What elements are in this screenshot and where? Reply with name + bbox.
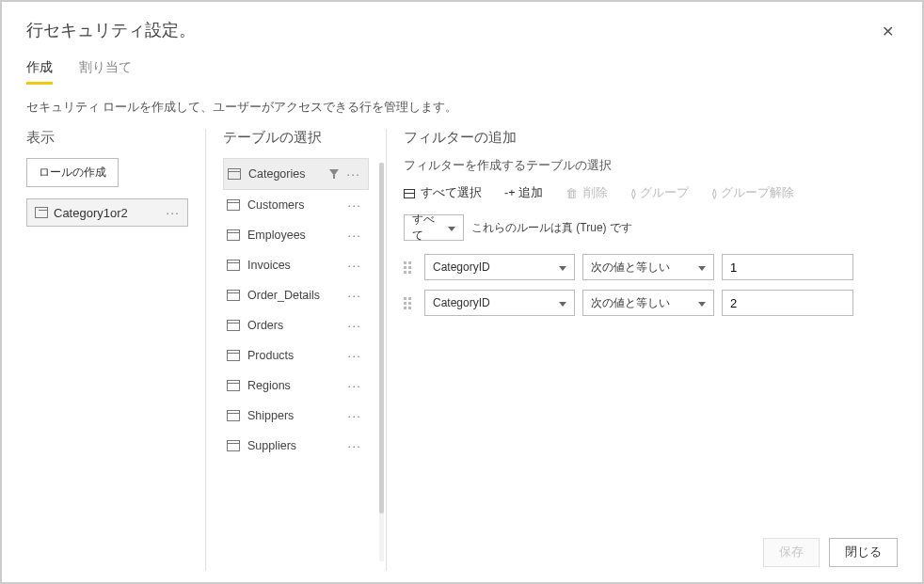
role-item[interactable]: Category1or2 ··· — [26, 198, 188, 227]
close-icon[interactable]: ✕ — [878, 19, 898, 44]
filter-subheading: フィルターを作成するテーブルの選択 — [404, 158, 881, 174]
close-button[interactable]: 閉じる — [829, 538, 898, 567]
table-item-suppliers[interactable]: Suppliers ··· — [223, 431, 369, 461]
ungroup-button[interactable]: グループ解除 — [711, 185, 794, 201]
chevron-down-icon — [698, 260, 706, 274]
table-item-customers[interactable]: Customers ··· — [223, 190, 369, 220]
filter-toolbar: すべて選択 -+ 追加 削除 グループ グループ解除 — [404, 185, 881, 201]
dialog-title: 行セキュリティ設定。 — [26, 19, 196, 41]
group-icon — [630, 187, 634, 200]
rule-field-select[interactable]: CategoryID — [424, 254, 575, 280]
drag-handle-icon[interactable] — [404, 297, 417, 309]
table-item-order-details[interactable]: Order_Details ··· — [223, 280, 369, 310]
more-icon[interactable]: ··· — [347, 228, 361, 243]
rule-op-select[interactable]: 次の値と等しい — [582, 254, 714, 280]
rule-op-select[interactable]: 次の値と等しい — [582, 290, 714, 316]
logic-text: これらのルールは真 (True) です — [471, 220, 632, 236]
chevron-down-icon — [698, 296, 706, 309]
scrollbar[interactable] — [379, 163, 384, 561]
chevron-down-icon — [448, 221, 455, 234]
table-name: Products — [247, 349, 294, 362]
table-item-orders[interactable]: Orders ··· — [223, 310, 369, 340]
role-name: Category1or2 — [54, 206, 128, 220]
rule-field-select[interactable]: CategoryID — [424, 290, 575, 316]
table-icon — [227, 260, 240, 271]
ungroup-icon — [711, 187, 715, 200]
more-icon[interactable]: ··· — [347, 197, 361, 213]
filter-icon — [329, 169, 339, 179]
more-icon[interactable]: ··· — [347, 408, 361, 423]
logic-row: すべて これらのルールは真 (True) です — [404, 214, 881, 241]
rule-row-2: CategoryID 次の値と等しい — [404, 290, 881, 316]
rule-row-1: CategoryID 次の値と等しい — [404, 254, 881, 280]
roles-heading: 表示 — [26, 129, 188, 147]
table-name: Customers — [247, 198, 304, 212]
table-name: Invoices — [247, 259, 291, 272]
table-name: Orders — [247, 319, 283, 332]
scrollbar-thumb[interactable] — [379, 163, 384, 513]
select-all-button[interactable]: すべて選択 — [404, 185, 482, 201]
more-icon[interactable]: ··· — [347, 318, 361, 333]
tab-assign[interactable]: 割り当て — [79, 59, 132, 85]
save-button[interactable]: 保存 — [763, 538, 820, 567]
table-name: Categories — [248, 167, 305, 181]
group-button[interactable]: グループ — [630, 185, 689, 201]
table-list: Categories ··· Customers ··· Employees ·… — [223, 158, 369, 461]
trash-icon — [566, 186, 578, 200]
table-name: Regions — [247, 379, 291, 392]
table-item-invoices[interactable]: Invoices ··· — [223, 250, 369, 280]
create-role-button[interactable]: ロールの作成 — [26, 158, 119, 187]
chevron-down-icon — [559, 296, 566, 309]
table-item-categories[interactable]: Categories ··· — [223, 158, 369, 190]
rls-dialog: 行セキュリティ設定。 ✕ 作成 割り当て セキュリティ ロールを作成して、ユーザ… — [2, 2, 922, 582]
more-icon[interactable]: ··· — [347, 258, 361, 273]
select-all-icon — [404, 189, 415, 198]
add-rule-button[interactable]: -+ 追加 — [504, 185, 543, 201]
drag-handle-icon[interactable] — [404, 261, 417, 274]
table-icon — [228, 168, 241, 180]
more-icon[interactable]: ··· — [347, 348, 361, 363]
table-icon — [227, 410, 240, 421]
table-icon — [227, 380, 240, 391]
table-icon — [227, 229, 240, 241]
delete-rule-button[interactable]: 削除 — [566, 185, 608, 201]
table-name: Order_Details — [247, 289, 320, 302]
dialog-footer: 保存 閉じる — [763, 538, 898, 567]
tables-heading: テーブルの選択 — [223, 129, 369, 147]
tab-create[interactable]: 作成 — [26, 59, 53, 85]
more-icon[interactable]: ··· — [346, 166, 360, 182]
table-name: Employees — [247, 229, 306, 242]
table-item-regions[interactable]: Regions ··· — [223, 371, 369, 401]
table-name: Shippers — [247, 409, 294, 422]
roles-column: 表示 ロールの作成 Category1or2 ··· — [26, 129, 205, 571]
table-icon — [227, 290, 240, 301]
more-icon[interactable]: ··· — [166, 205, 180, 220]
rule-value-input[interactable] — [722, 290, 853, 316]
rule-value-input[interactable] — [722, 254, 853, 280]
table-item-products[interactable]: Products ··· — [223, 340, 369, 371]
logic-selector[interactable]: すべて — [404, 214, 464, 241]
table-icon — [227, 440, 240, 451]
chevron-down-icon — [559, 260, 566, 274]
columns: 表示 ロールの作成 Category1or2 ··· テーブルの選択 Categ… — [26, 129, 898, 571]
filter-column: フィルターの追加 フィルターを作成するテーブルの選択 すべて選択 -+ 追加 削… — [386, 129, 898, 571]
dialog-subtitle: セキュリティ ロールを作成して、ユーザーがアクセスできる行を管理します。 — [26, 100, 898, 116]
role-icon — [35, 207, 48, 218]
tables-column: テーブルの選択 Categories ··· Customers ··· — [205, 129, 386, 571]
table-name: Suppliers — [247, 439, 296, 452]
more-icon[interactable]: ··· — [347, 288, 361, 303]
filter-heading: フィルターの追加 — [404, 129, 881, 147]
more-icon[interactable]: ··· — [347, 378, 361, 393]
table-icon — [227, 199, 240, 211]
tabs: 作成 割り当て — [26, 59, 898, 85]
table-item-shippers[interactable]: Shippers ··· — [223, 401, 369, 431]
table-icon — [227, 350, 240, 361]
table-icon — [227, 320, 240, 331]
table-item-employees[interactable]: Employees ··· — [223, 220, 369, 250]
more-icon[interactable]: ··· — [347, 438, 361, 453]
dialog-header: 行セキュリティ設定。 ✕ — [26, 19, 898, 44]
